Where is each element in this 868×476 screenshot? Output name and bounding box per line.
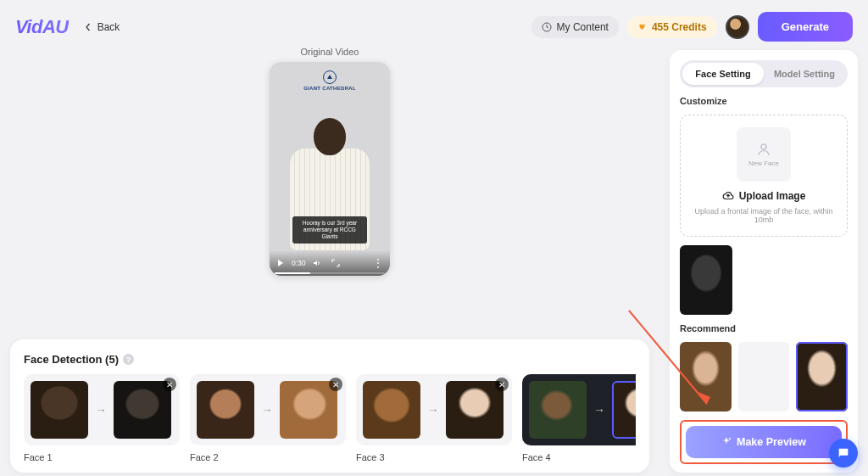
face-pair-2[interactable]: → ✕	[190, 374, 346, 445]
target-face	[446, 381, 504, 439]
source-face	[31, 381, 88, 439]
person-icon	[756, 142, 771, 157]
back-label: Back	[97, 21, 120, 33]
face-label: Face 1	[24, 452, 180, 462]
face-label: Face 2	[190, 452, 346, 462]
video-caption: Hooray is our 3rd year anniversary at RC…	[292, 216, 367, 244]
face-pair-1[interactable]: → ✕	[24, 374, 180, 445]
play-icon[interactable]	[276, 255, 285, 271]
chevron-left-icon	[84, 23, 92, 31]
source-face	[529, 381, 587, 439]
credits-pill[interactable]: 455 Credits	[627, 16, 717, 38]
generate-button[interactable]: Generate	[758, 12, 853, 42]
swap-arrow-icon: →	[426, 403, 441, 417]
tab-face-setting[interactable]: Face Setting	[682, 63, 764, 85]
new-face-tile[interactable]: New Face	[737, 127, 791, 182]
make-preview-highlight: Make Preview	[680, 420, 848, 464]
customize-thumb[interactable]	[680, 245, 732, 315]
cloud-upload-icon	[722, 190, 734, 202]
target-face	[114, 381, 171, 439]
close-icon[interactable]: ✕	[329, 378, 342, 391]
face-detection-title: Face Detection (5)	[24, 353, 119, 366]
target-face	[280, 381, 337, 439]
recommend-thumb-3[interactable]	[796, 342, 848, 412]
my-content-label: My Content	[557, 21, 609, 33]
target-face	[612, 381, 636, 439]
upload-box[interactable]: New Face Upload Image Upload a frontal i…	[680, 115, 848, 237]
swap-arrow-icon: →	[592, 403, 607, 417]
face-detection-panel: Face Detection (5) ? → ✕ Face 1 →	[10, 339, 649, 473]
swap-arrow-icon: →	[259, 403, 275, 417]
clock-icon	[542, 22, 552, 32]
logo[interactable]: VidAU	[15, 16, 69, 38]
close-icon[interactable]: ✕	[163, 378, 176, 391]
my-content-button[interactable]: My Content	[531, 16, 619, 38]
help-icon[interactable]: ?	[123, 354, 134, 365]
more-icon[interactable]: ⋮	[373, 257, 383, 269]
face-label: Face 3	[356, 452, 512, 462]
recommend-label: Recommend	[680, 323, 848, 333]
svg-point-1	[761, 144, 766, 149]
svg-point-2	[729, 438, 731, 440]
face-pair-3[interactable]: → ✕	[356, 374, 512, 445]
recommend-thumb-1[interactable]	[680, 342, 732, 412]
chat-icon	[837, 446, 850, 460]
volume-icon[interactable]	[313, 255, 321, 271]
swap-arrow-icon: →	[93, 403, 108, 417]
brand-badge-icon	[323, 70, 337, 84]
original-video-label: Original Video	[301, 47, 359, 57]
back-button[interactable]: Back	[84, 21, 120, 33]
new-face-label: New Face	[748, 160, 779, 167]
credits-label: 455 Credits	[652, 21, 707, 33]
video-progress[interactable]	[275, 272, 385, 274]
sparkle-icon	[721, 437, 732, 447]
face-label: Face 4	[522, 452, 636, 462]
source-face	[197, 381, 254, 439]
make-preview-button[interactable]: Make Preview	[686, 426, 842, 458]
avatar[interactable]	[726, 15, 749, 39]
fullscreen-icon[interactable]	[331, 255, 340, 271]
recommend-thumb-2[interactable]	[738, 342, 790, 412]
chat-button[interactable]	[829, 439, 858, 468]
tab-model-setting[interactable]: Model Setting	[764, 63, 845, 85]
video-time: 0:30	[292, 259, 306, 267]
heart-icon	[637, 22, 647, 31]
face-pair-4[interactable]: →	[522, 374, 636, 445]
settings-sidebar: Face Setting Model Setting Customize New…	[670, 50, 858, 473]
customize-label: Customize	[680, 96, 848, 106]
close-icon[interactable]: ✕	[495, 378, 509, 391]
video-player[interactable]: GIANT CATHEDRAL Hooray is our 3rd year a…	[270, 62, 390, 276]
video-brand: GIANT CATHEDRAL	[270, 86, 390, 91]
source-face	[363, 381, 420, 439]
tab-switch: Face Setting Model Setting	[680, 60, 848, 87]
upload-image-button[interactable]: Upload Image	[689, 190, 838, 202]
upload-hint: Upload a frontal image of the face, with…	[689, 207, 838, 224]
